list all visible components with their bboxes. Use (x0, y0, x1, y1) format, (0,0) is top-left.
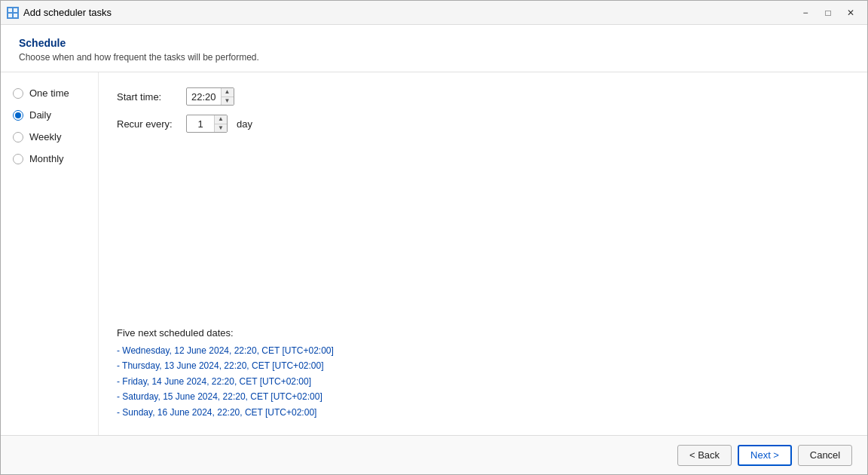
svg-rect-0 (8, 8, 12, 12)
start-time-down-btn[interactable]: ▼ (222, 97, 234, 106)
app-icon (7, 7, 19, 19)
scheduled-date-5: - Sunday, 16 June 2024, 22:20, CET [UTC+… (117, 405, 849, 420)
main-window: Add scheduler tasks − □ ✕ Schedule Choos… (0, 0, 868, 475)
schedule-config-panel: Start time: 22:20 ▲ ▼ Recur every: 1 (99, 72, 867, 435)
radio-daily-label: Daily (29, 109, 51, 121)
recur-up-btn[interactable]: ▲ (215, 115, 227, 124)
radio-weekly-circle (13, 132, 23, 142)
recur-input-wrapper[interactable]: 1 ▲ ▼ (186, 115, 228, 133)
footer: < Back Next > Cancel (1, 435, 867, 474)
radio-monthly-label: Monthly (29, 153, 64, 164)
scheduled-date-1: - Wednesday, 12 June 2024, 22:20, CET [U… (117, 343, 849, 358)
radio-daily-inner (15, 112, 21, 118)
recur-unit-label: day (237, 118, 252, 130)
start-time-row: Start time: 22:20 ▲ ▼ (117, 87, 849, 106)
start-time-input-wrapper[interactable]: 22:20 ▲ ▼ (186, 87, 234, 106)
recur-spinners: ▲ ▼ (214, 115, 227, 133)
scheduled-dates-section: Five next scheduled dates: - Wednesday, … (117, 318, 849, 420)
radio-one-time-circle (13, 88, 23, 99)
radio-daily-circle (13, 110, 23, 121)
recur-label: Recur every: (117, 118, 177, 130)
radio-monthly[interactable]: Monthly (13, 153, 86, 164)
section-subtitle: Choose when and how frequent the tasks w… (19, 52, 849, 63)
maximize-button[interactable]: □ (818, 5, 839, 21)
window-title: Add scheduler tasks (23, 7, 795, 18)
radio-weekly[interactable]: Weekly (13, 131, 86, 142)
start-time-value: 22:20 (187, 91, 221, 103)
start-time-up-btn[interactable]: ▲ (222, 87, 234, 97)
back-button[interactable]: < Back (677, 445, 732, 466)
main-section: One time Daily Weekly Monthly (1, 72, 867, 435)
start-time-label: Start time: (117, 91, 177, 103)
radio-one-time-label: One time (29, 87, 69, 99)
recur-row: Recur every: 1 ▲ ▼ day (117, 115, 849, 133)
radio-daily[interactable]: Daily (13, 109, 86, 121)
svg-rect-2 (8, 14, 12, 17)
section-title: Schedule (19, 37, 849, 49)
scheduled-dates-title: Five next scheduled dates: (117, 327, 849, 339)
svg-rect-3 (14, 14, 17, 17)
next-button[interactable]: Next > (738, 445, 792, 466)
content-area: Schedule Choose when and how frequent th… (1, 25, 867, 435)
recur-down-btn[interactable]: ▼ (215, 124, 227, 133)
scheduled-date-3: - Friday, 14 June 2024, 22:20, CET [UTC+… (117, 374, 849, 389)
window-controls: − □ ✕ (795, 5, 861, 21)
header-section: Schedule Choose when and how frequent th… (1, 25, 867, 72)
schedule-type-panel: One time Daily Weekly Monthly (1, 72, 99, 435)
close-button[interactable]: ✕ (840, 5, 861, 21)
scheduled-date-2: - Thursday, 13 June 2024, 22:20, CET [UT… (117, 358, 849, 373)
cancel-button[interactable]: Cancel (798, 445, 852, 466)
radio-monthly-circle (13, 154, 23, 164)
radio-one-time[interactable]: One time (13, 87, 86, 99)
scheduled-date-4: - Saturday, 15 June 2024, 22:20, CET [UT… (117, 389, 849, 404)
title-bar: Add scheduler tasks − □ ✕ (1, 1, 867, 25)
minimize-button[interactable]: − (795, 5, 816, 21)
radio-weekly-label: Weekly (29, 131, 61, 142)
start-time-spinners: ▲ ▼ (221, 87, 234, 106)
recur-value: 1 (187, 118, 214, 130)
svg-rect-1 (14, 8, 17, 12)
